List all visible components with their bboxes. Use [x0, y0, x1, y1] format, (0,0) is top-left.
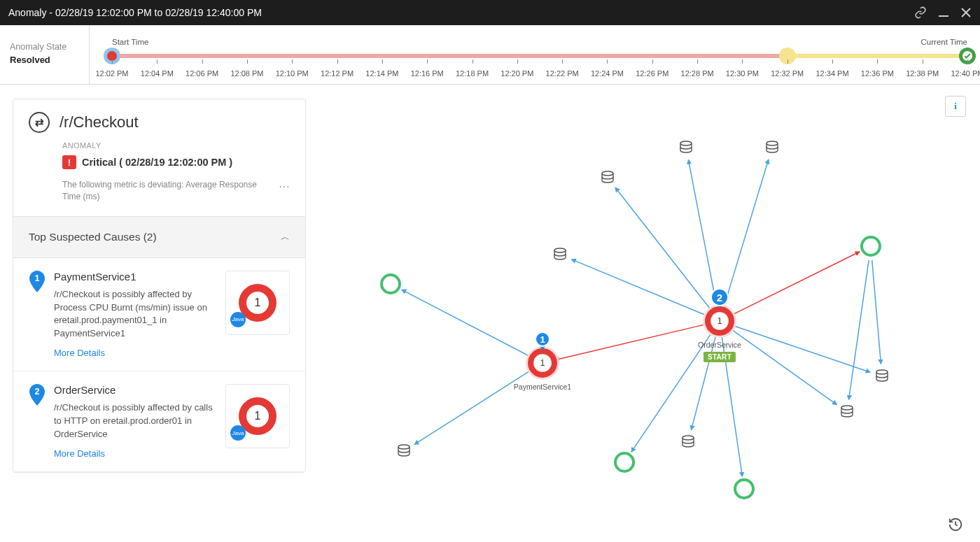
- svg-point-4: [766, 141, 778, 145]
- anomaly-state-label: Anomaly State: [10, 42, 80, 52]
- timeline-tick-label: 12:06 PM: [186, 69, 218, 78]
- database-icon[interactable]: [682, 436, 694, 447]
- timeline-start-label: Start Time: [112, 38, 148, 46]
- flowmap-edge: [872, 260, 881, 364]
- cause-count: 1: [246, 292, 269, 314]
- node-label: OrderService: [698, 341, 741, 349]
- svg-text:1: 1: [35, 273, 40, 283]
- timeline-tick-label: 12:24 PM: [591, 69, 624, 78]
- cause-count: 1: [246, 405, 269, 427]
- timeline-tick-label: 12:02 PM: [95, 69, 128, 78]
- svg-point-6: [554, 248, 566, 252]
- timeline-tick-label: 12:22 PM: [546, 69, 579, 78]
- timeline-current-label: Current Time: [921, 38, 967, 46]
- timeline-tick-label: 12:36 PM: [861, 69, 894, 78]
- green-node[interactable]: [382, 275, 400, 293]
- flowmap-edge: [402, 290, 530, 356]
- timeline-ticks: 12:02 PM12:04 PM12:06 PM12:08 PM12:10 PM…: [112, 59, 967, 87]
- suspected-cause: 2OrderService/r/Checkout is possibly aff…: [13, 371, 305, 472]
- flowmap-edge: [849, 260, 869, 399]
- timeline-tick-label: 12:14 PM: [365, 69, 398, 78]
- suspected-causes-header[interactable]: Top Suspected Causes (2) ︿: [13, 216, 305, 258]
- anomaly-state-value: Resolved: [10, 55, 80, 65]
- anomaly-description: The following metric is deviating: Avera…: [62, 179, 258, 204]
- svg-point-8: [841, 406, 853, 410]
- node-rank-badge: 1: [535, 331, 550, 347]
- suspected-causes-title: Top Suspected Causes (2): [29, 231, 157, 243]
- suspected-cause: 1PaymentService1/r/Checkout is possibly …: [13, 258, 305, 371]
- svg-point-3: [680, 141, 692, 145]
- flowmap-edge: [615, 187, 711, 310]
- svg-rect-0: [939, 15, 948, 17]
- database-icon[interactable]: [766, 141, 778, 152]
- timeline-tick-label: 12:10 PM: [276, 69, 309, 78]
- timeline: Anomaly State Resolved Start Time Curren…: [0, 25, 980, 85]
- svg-text:1: 1: [718, 316, 722, 326]
- database-icon[interactable]: [398, 445, 410, 456]
- java-icon: Java: [230, 425, 246, 441]
- svg-point-7: [876, 370, 888, 374]
- cause-title: OrderService: [54, 384, 217, 396]
- database-icon[interactable]: [841, 406, 853, 417]
- anomaly-title: /r/Checkout: [59, 113, 139, 131]
- svg-point-10: [682, 436, 694, 440]
- timeline-tick-label: 12:20 PM: [500, 69, 533, 78]
- flowmap-edge: [572, 259, 707, 315]
- anomaly-section-label: ANOMALY: [62, 141, 290, 150]
- window-title: Anomaly - 02/28/19 12:02:00 PM to 02/28/…: [8, 7, 262, 18]
- chevron-up-icon: ︿: [281, 231, 290, 243]
- flowmap-edge: [414, 371, 531, 445]
- start-badge: START: [704, 352, 736, 362]
- cause-description: /r/Checkout is possibly affected by Proc…: [54, 288, 217, 341]
- minimize-icon[interactable]: [938, 7, 949, 18]
- anomaly-card: ⇄ /r/Checkout ANOMALY ! Critical ( 02/28…: [13, 99, 306, 473]
- link-icon[interactable]: [914, 6, 927, 19]
- detail-sidebar: ⇄ /r/Checkout ANOMALY ! Critical ( 02/28…: [0, 85, 318, 542]
- timeline-tick-label: 12:38 PM: [906, 69, 939, 78]
- timeline-tick-label: 12:16 PM: [411, 69, 444, 78]
- flowmap-svg: 11: [318, 85, 980, 542]
- timeline-tick-label: 12:40 PM: [951, 69, 980, 78]
- flowmap[interactable]: i 112OrderServiceSTART1PaymentService1: [318, 85, 980, 542]
- flowmap-edge: [688, 160, 717, 308]
- cause-description: /r/Checkout is possibly affected by call…: [54, 401, 217, 441]
- database-icon[interactable]: [554, 248, 566, 259]
- green-node[interactable]: [862, 237, 880, 255]
- timeline-segment: [112, 54, 788, 58]
- critical-icon: !: [62, 155, 76, 169]
- more-menu-icon[interactable]: ⋯: [279, 180, 290, 193]
- flowmap-edge: [733, 325, 870, 372]
- flowmap-edge: [631, 333, 712, 452]
- timeline-tick-label: 12:08 PM: [230, 69, 263, 78]
- green-node[interactable]: [615, 453, 634, 471]
- more-details-link[interactable]: More Details: [54, 348, 105, 358]
- node-label: PaymentService1: [514, 383, 571, 391]
- flowmap-edge: [731, 329, 836, 405]
- flowmap-edge: [555, 325, 706, 360]
- severity-text: Critical ( 02/28/19 12:02:00 PM ): [82, 157, 232, 168]
- rank-pin-icon: 2: [29, 384, 46, 405]
- rank-pin-icon: 1: [29, 271, 46, 292]
- timeline-tick-label: 12:34 PM: [816, 69, 849, 78]
- close-icon[interactable]: [960, 7, 972, 18]
- cause-donut: 1Java: [225, 384, 290, 448]
- timeline-tick-label: 12:18 PM: [456, 69, 489, 78]
- svg-point-9: [398, 445, 410, 449]
- flowmap-edge: [732, 252, 860, 315]
- svg-text:1: 1: [540, 358, 545, 368]
- svg-text:2: 2: [35, 387, 40, 397]
- timeline-tick-label: 12:04 PM: [141, 69, 174, 78]
- timeline-segment: [788, 54, 967, 58]
- timeline-tick-label: 12:12 PM: [321, 69, 354, 78]
- database-icon[interactable]: [876, 370, 888, 381]
- more-details-link[interactable]: More Details: [54, 448, 105, 459]
- database-icon[interactable]: [680, 141, 692, 152]
- svg-point-5: [602, 171, 613, 176]
- timeline-tick-label: 12:26 PM: [636, 69, 668, 78]
- timeline-tick-label: 12:30 PM: [726, 69, 759, 78]
- database-icon[interactable]: [602, 171, 613, 183]
- timeline-tick-label: 12:32 PM: [771, 69, 804, 78]
- green-node[interactable]: [735, 480, 753, 498]
- cause-title: PaymentService1: [54, 271, 217, 283]
- cause-donut: 1Java: [225, 271, 290, 335]
